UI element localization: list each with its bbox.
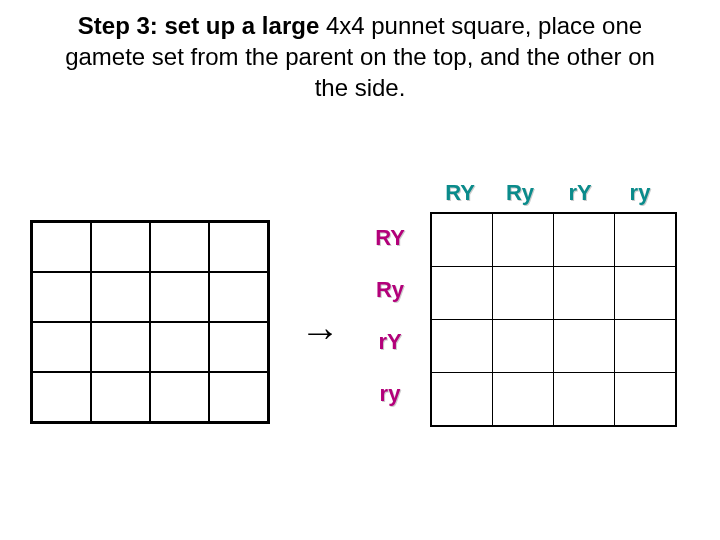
- side-gamete-3: ry: [360, 368, 420, 420]
- top-gamete-2: rY: [550, 180, 610, 206]
- top-gamete-0: RY: [430, 180, 490, 206]
- side-gamete-labels: RY Ry rY ry: [360, 212, 420, 427]
- labeled-punnett-grid: [430, 212, 677, 427]
- top-gamete-labels: RY Ry rY ry: [430, 180, 677, 206]
- arrow-icon: →: [300, 310, 340, 355]
- blank-punnett-grid: [30, 220, 270, 424]
- side-gamete-2: rY: [360, 316, 420, 368]
- step-heading: Step 3: set up a large 4x4 punnet square…: [0, 0, 720, 104]
- diagram-area: → RY Ry rY ry RY Ry rY ry: [0, 200, 720, 520]
- heading-bold: Step 3: set up a large: [78, 12, 326, 39]
- top-gamete-3: ry: [610, 180, 670, 206]
- side-gamete-0: RY: [360, 212, 420, 264]
- side-gamete-1: Ry: [360, 264, 420, 316]
- top-gamete-1: Ry: [490, 180, 550, 206]
- labeled-punnett: RY Ry rY ry RY Ry rY ry: [360, 180, 677, 427]
